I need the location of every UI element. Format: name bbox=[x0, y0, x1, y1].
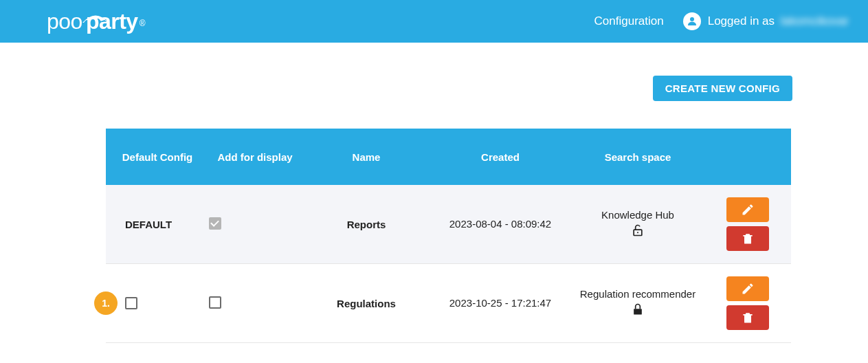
cell-name: Regulations bbox=[301, 298, 432, 309]
cell-actions bbox=[706, 197, 789, 251]
search-space-label: Regulation recommender bbox=[580, 288, 695, 300]
user-area[interactable]: Logged in as lakomcikovar bbox=[683, 12, 849, 30]
delete-button[interactable] bbox=[726, 226, 769, 251]
cell-display bbox=[209, 296, 301, 311]
umbrella-icon bbox=[82, 5, 109, 14]
top-bar: pooparty® Configuration Logged in as lak… bbox=[0, 0, 868, 43]
cell-default bbox=[106, 297, 209, 309]
configuration-link[interactable]: Configuration bbox=[594, 14, 664, 28]
brand-logo[interactable]: pooparty® bbox=[47, 10, 145, 32]
logo-text-pool: poo bbox=[47, 9, 82, 34]
logged-in-label: Logged in as lakomcikovar bbox=[708, 14, 849, 28]
rank-badge: 1. bbox=[94, 292, 118, 315]
cell-search-space: Regulation recommender bbox=[569, 288, 706, 318]
table-row: DEFAULT Reports 2023-08-04 - 08:09:42 Kn… bbox=[106, 185, 791, 264]
svg-point-2 bbox=[637, 232, 638, 233]
logo-registered: ® bbox=[140, 19, 145, 28]
svg-point-0 bbox=[690, 17, 694, 21]
cell-display bbox=[209, 217, 301, 232]
lock-icon bbox=[631, 302, 645, 318]
trash-icon bbox=[741, 232, 755, 245]
username: lakomcikovar bbox=[781, 14, 849, 28]
main-content: CREATE NEW CONFIG Default Config Add for… bbox=[0, 43, 868, 343]
header-search-space: Search space bbox=[569, 151, 706, 163]
table-row: 1. Regulations 2023-10-25 - 17:21:47 Reg… bbox=[106, 264, 791, 343]
trash-icon bbox=[741, 311, 755, 324]
cell-name: Reports bbox=[301, 219, 432, 230]
cell-created: 2023-10-25 - 17:21:47 bbox=[432, 296, 569, 311]
create-new-config-button[interactable]: CREATE NEW CONFIG bbox=[653, 76, 792, 101]
default-checkbox[interactable] bbox=[125, 297, 137, 309]
cell-created: 2023-08-04 - 08:09:42 bbox=[432, 217, 569, 232]
cell-default: DEFAULT bbox=[106, 219, 209, 230]
search-space-label: Knowledge Hub bbox=[601, 209, 674, 221]
unlock-icon bbox=[631, 223, 645, 239]
svg-rect-3 bbox=[634, 309, 642, 314]
logged-in-prefix: Logged in as bbox=[708, 14, 775, 28]
topbar-right: Configuration Logged in as lakomcikovar bbox=[594, 12, 849, 30]
cell-search-space: Knowledge Hub bbox=[569, 209, 706, 239]
pencil-icon bbox=[741, 282, 755, 296]
header-add-for-display: Add for display bbox=[209, 151, 301, 163]
pencil-icon bbox=[741, 203, 755, 217]
display-checkbox[interactable] bbox=[209, 296, 221, 309]
user-avatar-icon bbox=[683, 12, 701, 30]
display-checkbox bbox=[209, 217, 221, 230]
cell-actions bbox=[706, 276, 789, 330]
config-table: Default Config Add for display Name Crea… bbox=[106, 129, 791, 343]
header-name: Name bbox=[301, 151, 432, 163]
default-badge: DEFAULT bbox=[125, 219, 172, 230]
edit-button[interactable] bbox=[726, 197, 769, 222]
action-bar: CREATE NEW CONFIG bbox=[48, 43, 820, 129]
table-header: Default Config Add for display Name Crea… bbox=[106, 129, 791, 185]
edit-button[interactable] bbox=[726, 276, 769, 301]
delete-button[interactable] bbox=[726, 305, 769, 330]
header-created: Created bbox=[432, 151, 569, 163]
header-default-config: Default Config bbox=[106, 151, 209, 163]
